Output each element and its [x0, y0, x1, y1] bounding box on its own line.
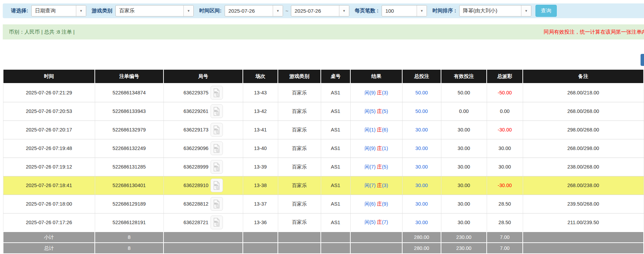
time-cell: 2025-07-26 07:17:26 — [3, 213, 95, 232]
game-type-select[interactable]: 百家乐 ▾ — [115, 5, 194, 16]
bet-no-cell: 522686130401 — [95, 176, 163, 195]
video-replay-button[interactable] — [211, 197, 223, 211]
round-no: 636229375 — [183, 90, 208, 95]
banker-label: 庄 — [377, 201, 382, 207]
remark-cell: 298.00/268.00 — [523, 120, 644, 139]
currency-info: 币别：人民币 | 总共 :8 注单 | — [9, 29, 75, 35]
payout-cell: 28.50 — [487, 195, 523, 213]
banker-label: 庄 — [377, 127, 382, 132]
total-bet-link[interactable]: 30.00 — [415, 127, 428, 132]
total-bet-link[interactable]: 30.00 — [415, 183, 428, 188]
chevron-down-icon[interactable]: ▾ — [76, 5, 86, 16]
valid-bet-cell: 30.00 — [441, 120, 487, 139]
page-size-select[interactable]: 100 ▾ — [382, 5, 427, 16]
game-type-label: 游戏类别 — [92, 8, 112, 14]
chevron-down-icon[interactable]: ▾ — [273, 5, 283, 16]
table-no-cell: AS1 — [321, 158, 350, 176]
date-to-select[interactable]: 2025-07-26 ▾ — [291, 5, 349, 16]
empty-cell — [278, 243, 321, 254]
empty-cell — [163, 243, 243, 254]
table-row: 2025-07-26 07:19:12 522686131285 6362289… — [3, 158, 644, 176]
video-replay-button[interactable] — [211, 178, 223, 192]
time-sort-value: 降幂(由大到小) — [460, 8, 521, 14]
bet-no-cell: 522686131285 — [95, 158, 163, 176]
chevron-down-icon[interactable]: ▾ — [521, 5, 531, 16]
payout-cell: -30.00 — [487, 176, 523, 195]
empty-cell — [163, 232, 243, 243]
bet-no-cell: 522686133943 — [95, 102, 163, 120]
banker-value: (3) — [382, 183, 388, 188]
time-sort-select[interactable]: 降幂(由大到小) ▾ — [459, 5, 531, 16]
player-result: 闲(7) — [364, 183, 375, 188]
range-separator: ~ — [285, 8, 289, 14]
chevron-down-icon[interactable]: ▾ — [339, 5, 349, 16]
game-type-cell: 百家乐 — [278, 176, 321, 195]
column-header-10: 总派彩 — [487, 70, 523, 83]
video-file-icon — [213, 218, 221, 227]
time-cell: 2025-07-26 07:20:17 — [3, 120, 95, 139]
query-type-value: 日期查询 — [32, 8, 76, 14]
total-bet-cell: 30.00 — [402, 139, 441, 158]
select-label: 请选择: — [11, 8, 28, 14]
date-from-select[interactable]: 2025-07-26 ▾ — [225, 5, 283, 16]
bet-no-cell: 522686132979 — [95, 120, 163, 139]
total-bet-cell: 30.00 — [402, 195, 441, 213]
video-file-icon — [213, 88, 221, 97]
result-cell: 闲(1) 庄(6) — [350, 120, 402, 139]
payout-cell: -30.00 — [487, 120, 523, 139]
time-sort-label: 时间排序 : — [432, 8, 456, 14]
total-bet-link[interactable]: 30.00 — [415, 146, 428, 151]
player-result: 闲(1) — [364, 127, 375, 132]
remark-cell: 211.00/239.50 — [523, 213, 644, 232]
video-replay-button[interactable] — [211, 160, 223, 174]
round-no-cell: 636228999 — [163, 158, 243, 176]
total-bet-link[interactable]: 50.00 — [415, 108, 428, 114]
round-no: 636228812 — [183, 201, 208, 207]
video-replay-button[interactable] — [211, 123, 223, 137]
result-cell: 闲(6) 庄(9) — [350, 195, 402, 213]
chevron-down-icon[interactable]: ▾ — [183, 5, 193, 16]
round-no-cell: 636228721 — [163, 213, 243, 232]
subtotal-label: 小计 — [3, 232, 95, 243]
total-bet-link[interactable]: 30.00 — [415, 220, 428, 225]
bets-table: 时间注单编号局号场次游戏类别桌号结果总投注有效投注总派彩备注 2025-07-2… — [3, 70, 644, 254]
banker-label: 庄 — [377, 219, 382, 225]
player-result: 闲(7) — [364, 164, 375, 170]
result-cell: 闲(5) 庄(7) — [350, 213, 402, 232]
banker-value: (9) — [382, 201, 388, 207]
total-bet-cell: 30.00 — [402, 120, 441, 139]
empty-cell — [278, 232, 321, 243]
session-cell: 13-40 — [243, 139, 278, 158]
remark-cell: 238.00/268.00 — [523, 158, 644, 176]
subtotal-row: 小计 8 280.00 230.00 7.00 — [3, 232, 644, 243]
empty-cell — [350, 232, 402, 243]
video-replay-button[interactable] — [211, 86, 223, 100]
session-cell: 13-42 — [243, 102, 278, 120]
session-cell: 13-38 — [243, 176, 278, 195]
search-button[interactable]: 查询 — [535, 5, 557, 17]
total-bet-link[interactable]: 30.00 — [415, 164, 428, 170]
date-to-value: 2025-07-26 — [291, 8, 339, 14]
video-file-icon — [213, 199, 221, 209]
valid-bet-cell: 30.00 — [441, 176, 487, 195]
cut-off-button[interactable] — [641, 54, 644, 66]
total-bet-link[interactable]: 50.00 — [415, 90, 428, 95]
total-bet-link[interactable]: 30.00 — [415, 201, 428, 207]
payout-cell: -50.00 — [487, 83, 523, 102]
video-replay-button[interactable] — [211, 216, 223, 229]
empty-cell — [321, 232, 350, 243]
time-cell: 2025-07-26 07:19:48 — [3, 139, 95, 158]
bet-no-cell: 522686128191 — [95, 213, 163, 232]
query-type-select[interactable]: 日期查询 ▾ — [31, 5, 86, 16]
chevron-down-icon[interactable]: ▾ — [417, 5, 427, 16]
time-cell: 2025-07-26 07:18:41 — [3, 176, 95, 195]
round-no: 636229096 — [183, 146, 208, 151]
video-replay-button[interactable] — [211, 141, 223, 155]
table-row: 2025-07-26 07:21:29 522686134874 6362293… — [3, 83, 644, 102]
table-no-cell: AS1 — [321, 120, 350, 139]
table-row: 2025-07-26 07:20:53 522686133943 6362292… — [3, 102, 644, 120]
table-no-cell: AS1 — [321, 102, 350, 120]
result-cell: 闲(9) 庄(1) — [350, 139, 402, 158]
video-replay-button[interactable] — [211, 104, 223, 118]
valid-bet-cell: 50.00 — [441, 83, 487, 102]
